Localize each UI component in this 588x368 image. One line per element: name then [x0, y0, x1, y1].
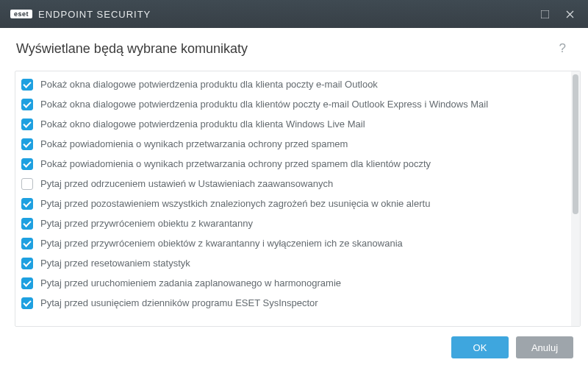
ok-button[interactable]: OK — [451, 336, 509, 358]
close-button[interactable] — [557, 0, 582, 28]
checkbox[interactable] — [21, 138, 33, 150]
checkbox[interactable] — [21, 238, 33, 250]
cancel-button[interactable]: Anuluj — [516, 336, 573, 358]
checkbox[interactable] — [21, 158, 33, 170]
checkbox[interactable] — [21, 99, 33, 110]
page-title: Wyświetlane będą wybrane komunikaty — [16, 41, 553, 57]
option-label: Pytaj przed pozostawieniem wszystkich zn… — [40, 198, 430, 209]
checkbox[interactable] — [21, 178, 33, 190]
option-label: Pokaż okno dialogowe potwierdzenia produ… — [40, 118, 365, 130]
options-list-container: Pokaż okna dialogowe potwierdzenia produ… — [15, 71, 581, 327]
option-label: Pytaj przed przywróceniem obiektów z kwa… — [40, 238, 403, 249]
option-label: Pokaż powiadomienia o wynikach przetwarz… — [40, 138, 348, 149]
checkbox[interactable] — [21, 79, 33, 91]
checkbox[interactable] — [21, 277, 33, 289]
svg-rect-0 — [541, 10, 549, 18]
option-label: Pokaż okna dialogowe potwierdzenia produ… — [40, 79, 378, 90]
option-row[interactable]: Pytaj przed przywróceniem obiektu z kwar… — [15, 213, 571, 233]
checkbox[interactable] — [21, 258, 33, 269]
scrollbar-thumb[interactable] — [573, 74, 578, 214]
option-label: Pokaż powiadomienia o wynikach przetwarz… — [40, 158, 431, 169]
help-icon[interactable]: ? — [553, 38, 572, 59]
option-row[interactable]: Pytaj przed uruchomieniem zadania zaplan… — [15, 273, 571, 293]
option-label: Pokaż okna dialogowe potwierdzenia produ… — [40, 99, 488, 110]
option-label: Pytaj przed uruchomieniem zadania zaplan… — [40, 277, 341, 289]
option-label: Pytaj przed resetowaniem statystyk — [40, 258, 190, 269]
option-label: Pytaj przed usunięciem dzienników progra… — [40, 297, 318, 308]
option-row[interactable]: Pokaż okna dialogowe potwierdzenia produ… — [15, 74, 571, 94]
option-label: Pytaj przed przywróceniem obiektu z kwar… — [40, 218, 253, 229]
option-label: Pytaj przed odrzuceniem ustawień w Ustaw… — [40, 178, 333, 189]
checkbox[interactable] — [21, 198, 33, 210]
option-row[interactable]: Pytaj przed usunięciem dzienników progra… — [15, 293, 571, 313]
checkbox[interactable] — [21, 297, 33, 309]
brand-product-name: ENDPOINT SECURITY — [38, 9, 151, 20]
option-row[interactable]: Pokaż powiadomienia o wynikach przetwarz… — [15, 154, 571, 174]
options-list: Pokaż okna dialogowe potwierdzenia produ… — [15, 71, 571, 326]
option-row[interactable]: Pytaj przed resetowaniem statystyk — [15, 253, 571, 273]
checkbox[interactable] — [21, 118, 33, 130]
option-row[interactable]: Pytaj przed odrzuceniem ustawień w Ustaw… — [15, 174, 571, 194]
option-row[interactable]: Pokaż okno dialogowe potwierdzenia produ… — [15, 114, 571, 134]
scrollbar[interactable] — [571, 71, 580, 326]
dialog-footer: OK Anuluj — [0, 327, 588, 368]
option-row[interactable]: Pokaż powiadomienia o wynikach przetwarz… — [15, 134, 571, 154]
option-row[interactable]: Pokaż okna dialogowe potwierdzenia produ… — [15, 94, 571, 114]
close-icon — [566, 10, 574, 18]
option-row[interactable]: Pytaj przed przywróceniem obiektów z kwa… — [15, 233, 571, 253]
checkbox[interactable] — [21, 218, 33, 230]
option-row[interactable]: Pytaj przed pozostawieniem wszystkich zn… — [15, 194, 571, 213]
titlebar: eset ENDPOINT SECURITY — [0, 0, 588, 28]
minimize-icon — [541, 10, 549, 18]
minimize-button[interactable] — [532, 0, 557, 28]
brand-badge: eset — [10, 10, 32, 18]
dialog-header: Wyświetlane będą wybrane komunikaty ? — [0, 28, 588, 66]
